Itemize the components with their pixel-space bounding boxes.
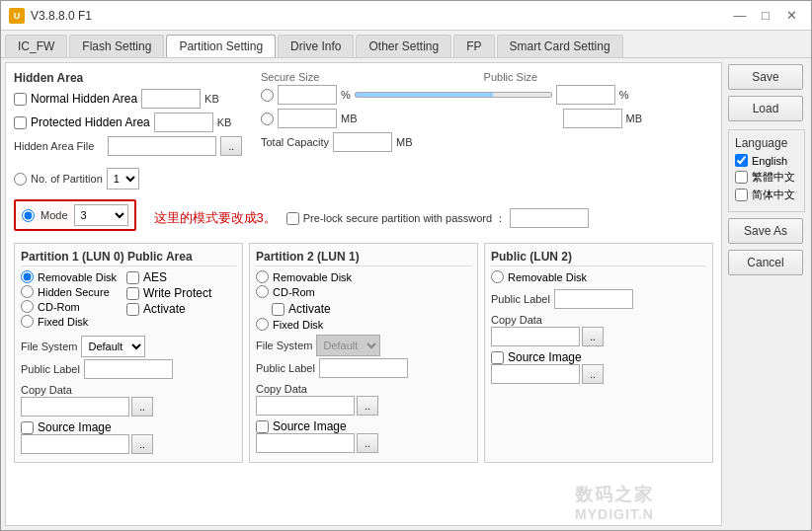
mode-radio[interactable]: [22, 209, 35, 222]
hidden-area-file-browse[interactable]: ..: [220, 136, 242, 156]
no-of-partition-select[interactable]: 1 2 3: [107, 168, 139, 190]
hidden-area-right: Secure Size Public Size % % MB: [261, 71, 713, 160]
cancel-button[interactable]: Cancel: [728, 250, 803, 275]
tab-other-setting[interactable]: Other Setting: [356, 35, 451, 57]
pub-source-image-input[interactable]: [491, 364, 580, 384]
radio-mb[interactable]: [261, 113, 274, 125]
p1-source-image-browse[interactable]: ..: [131, 434, 153, 454]
no-of-partition-radio[interactable]: [14, 173, 27, 186]
p2-activate-label[interactable]: Activate: [272, 302, 331, 316]
p1-aes-label[interactable]: AES: [126, 270, 211, 284]
protected-hidden-kb: KB: [217, 116, 232, 128]
p1-copy-data-browse[interactable]: ..: [131, 397, 153, 417]
p2-copy-data-browse[interactable]: ..: [357, 396, 378, 416]
tab-flash-setting[interactable]: Flash Setting: [69, 35, 164, 57]
p2-source-image-section: Source Image ..: [256, 419, 471, 453]
p1-source-image-label[interactable]: Source Image: [21, 420, 236, 434]
tab-partition-setting[interactable]: Partition Setting: [166, 35, 276, 57]
lang-simplified-option[interactable]: 简体中文: [735, 188, 798, 202]
pub-source-image-section: Source Image ..: [491, 350, 706, 384]
prelock-checkbox[interactable]: [286, 212, 299, 225]
lang-simplified-checkbox[interactable]: [735, 189, 748, 201]
pub-copy-data-input[interactable]: [491, 327, 580, 346]
hidden-area-file-input[interactable]: [108, 136, 216, 156]
lang-english-checkbox[interactable]: [735, 154, 748, 167]
radio-percent[interactable]: [261, 89, 274, 102]
public-percent-input[interactable]: [556, 85, 615, 105]
p2-source-image-label[interactable]: Source Image: [256, 419, 471, 433]
normal-hidden-label[interactable]: Normal Hidden Area: [14, 92, 137, 106]
p2-copy-data-input[interactable]: [256, 396, 355, 416]
pub-removable-label[interactable]: Removable Disk: [491, 270, 706, 283]
app-icon: U: [9, 8, 25, 24]
p1-write-protect-checkbox[interactable]: [126, 287, 139, 300]
p1-activate-label[interactable]: Activate: [126, 302, 211, 316]
public-mb-input[interactable]: [563, 109, 622, 128]
save-button[interactable]: Save: [728, 64, 803, 90]
p2-removable-radio[interactable]: [256, 270, 269, 283]
p1-public-label-input[interactable]: USB DISK: [84, 359, 173, 379]
save-as-button[interactable]: Save As: [728, 218, 803, 244]
p1-removable-label[interactable]: Removable Disk: [21, 270, 117, 283]
p1-source-image-checkbox[interactable]: [21, 421, 34, 434]
p2-fixed-radio[interactable]: [256, 318, 269, 331]
normal-hidden-checkbox[interactable]: [14, 93, 27, 106]
mode-select[interactable]: 1 2 3: [74, 204, 128, 226]
p1-source-image-input[interactable]: [21, 434, 129, 454]
p1-activate-checkbox[interactable]: [126, 303, 139, 316]
p1-fixed-label[interactable]: Fixed Disk: [21, 315, 117, 328]
p2-cdrom-label[interactable]: CD-Rom: [256, 285, 471, 298]
p1-cdrom-label[interactable]: CD-Rom: [21, 300, 117, 313]
pub-source-image-browse[interactable]: ..: [582, 364, 604, 384]
public-radio-group: Removable Disk: [491, 270, 706, 283]
secure-percent-input[interactable]: [278, 85, 337, 105]
p1-cdrom-radio[interactable]: [21, 300, 34, 313]
p1-hidden-radio[interactable]: [21, 285, 34, 298]
load-button[interactable]: Load: [728, 96, 803, 121]
pub-source-image-label[interactable]: Source Image: [491, 350, 706, 364]
p1-hidden-label[interactable]: Hidden Secure: [21, 285, 117, 298]
protected-hidden-label[interactable]: Protected Hidden Area: [14, 115, 150, 129]
secure-mb-input[interactable]: [278, 109, 337, 128]
minimize-button[interactable]: —: [728, 6, 752, 26]
p1-removable-radio[interactable]: [21, 270, 34, 283]
p2-removable-label[interactable]: Removable Disk: [256, 270, 471, 283]
protected-hidden-input[interactable]: [154, 113, 213, 132]
p2-source-image-browse[interactable]: ..: [357, 433, 378, 453]
p2-fixed-label[interactable]: Fixed Disk: [256, 318, 471, 331]
tab-smart-card[interactable]: Smart Card Setting: [497, 35, 623, 57]
tab-fp[interactable]: FP: [453, 35, 494, 57]
close-button[interactable]: ✕: [779, 6, 803, 26]
normal-hidden-kb: KB: [204, 93, 219, 105]
lang-traditional-checkbox[interactable]: [735, 171, 748, 184]
maximize-button[interactable]: □: [754, 6, 777, 26]
p1-aes-checkbox[interactable]: [126, 271, 139, 284]
total-capacity-input[interactable]: [333, 132, 392, 152]
p2-public-label-input[interactable]: [319, 358, 408, 378]
p2-source-image-checkbox[interactable]: [256, 420, 269, 433]
p1-write-protect-label[interactable]: Write Protect: [126, 286, 211, 300]
slider-track[interactable]: [355, 92, 552, 98]
lang-traditional-option[interactable]: 繁體中文: [735, 170, 798, 185]
pub-copy-data-section: Copy Data ..: [491, 313, 706, 346]
secure-size-label: Secure Size: [261, 71, 319, 83]
lang-english-option[interactable]: English: [735, 154, 798, 167]
prelock-input[interactable]: [510, 208, 589, 228]
p2-cdrom-radio[interactable]: [256, 285, 269, 298]
protected-hidden-checkbox[interactable]: [14, 116, 27, 129]
tab-drive-info[interactable]: Drive Info: [278, 35, 354, 57]
p2-source-image-input[interactable]: [256, 433, 355, 453]
pub-public-label-input[interactable]: [554, 289, 633, 309]
public-lun2-title: Public (LUN 2): [491, 250, 706, 266]
p1-fixed-radio[interactable]: [21, 315, 34, 328]
main-panel: Hidden Area Normal Hidden Area KB Protec…: [5, 62, 722, 526]
pub-removable-radio[interactable]: [491, 270, 504, 283]
p2-activate-checkbox[interactable]: [272, 303, 284, 316]
tab-ic-fw[interactable]: IC_FW: [5, 35, 67, 57]
p1-fs-select[interactable]: Default FAT FAT32: [81, 336, 145, 357]
pub-copy-data-browse[interactable]: ..: [582, 327, 604, 346]
p2-fs-select[interactable]: Default: [316, 335, 380, 356]
normal-hidden-input[interactable]: [141, 89, 201, 109]
pub-source-image-checkbox[interactable]: [491, 351, 504, 364]
p1-copy-data-input[interactable]: [21, 397, 129, 417]
